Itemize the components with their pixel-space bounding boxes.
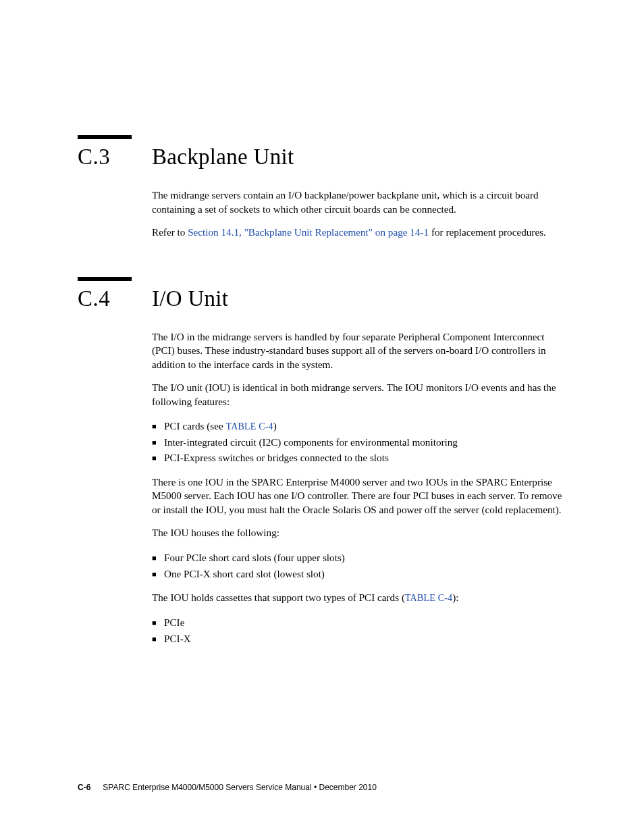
section-number: C.4 [78,286,152,311]
list-item: ■ PCI-X [152,631,566,647]
list-item-text: Inter-integrated circuit (I2C) component… [164,434,458,450]
list-item-text: PCIe [164,615,184,631]
paragraph: The I/O in the midrange servers is handl… [152,330,566,372]
section-title: I/O Unit [152,286,228,311]
page-footer: C-6 SPARC Enterprise M4000/M5000 Servers… [78,783,566,792]
list-item: ■ Inter-integrated circuit (I2C) compone… [152,434,566,450]
table-ref-link[interactable]: TABLE C-4 [226,421,273,432]
cross-ref-link[interactable]: Section 14.1, "Backplane Unit Replacemen… [188,226,429,238]
section-c3: C.3 Backplane Unit The midrange servers … [78,135,566,240]
heading-row: C.3 Backplane Unit [78,145,566,170]
section-title: Backplane Unit [152,145,294,170]
bullet-icon: ■ [152,437,164,448]
bullet-list: ■ Four PCIe short card slots (four upper… [152,550,566,581]
text-run: for replacement procedures. [429,226,546,238]
paragraph: The IOU holds cassettes that support two… [152,591,566,605]
list-item: ■ Four PCIe short card slots (four upper… [152,550,566,566]
list-item: ■ One PCI-X short card slot (lowest slot… [152,566,566,582]
document-page: C.3 Backplane Unit The midrange servers … [0,0,644,646]
list-item-text: PCI-X [164,631,191,647]
list-item-text: Four PCIe short card slots (four upper s… [164,550,345,566]
text-run: PCI cards (see [164,420,226,432]
bullet-icon: ■ [152,421,164,432]
section-number: C.3 [78,145,152,170]
text-run: ): [452,592,458,603]
page-number: C-6 [78,783,90,792]
list-item: ■ PCI-Express switches or bridges connec… [152,450,566,466]
paragraph: The IOU houses the following: [152,526,566,540]
paragraph: Refer to Section 14.1, "Backplane Unit R… [152,226,566,240]
bullet-list: ■ PCIe ■ PCI-X [152,615,566,646]
section-rule [78,277,132,281]
body-column: The midrange servers contain an I/O back… [152,188,566,240]
body-column: The I/O in the midrange servers is handl… [152,330,566,647]
section-c4: C.4 I/O Unit The I/O in the midrange ser… [78,277,566,647]
bullet-icon: ■ [152,569,164,580]
bullet-icon: ■ [152,617,164,629]
footer-text: SPARC Enterprise M4000/M5000 Servers Ser… [103,783,377,792]
bullet-list: ■ PCI cards (see TABLE C-4) ■ Inter-inte… [152,418,566,466]
section-rule [78,135,132,139]
bullet-icon: ■ [152,633,164,645]
bullet-icon: ■ [152,452,164,464]
text-run: The IOU holds cassettes that support two… [152,592,405,603]
list-item-text: One PCI-X short card slot (lowest slot) [164,566,325,582]
paragraph: There is one IOU in the SPARC Enterprise… [152,475,566,517]
list-item: ■ PCIe [152,615,566,631]
heading-row: C.4 I/O Unit [78,286,566,311]
paragraph: The I/O unit (IOU) is identical in both … [152,381,566,409]
list-item-text: PCI cards (see TABLE C-4) [164,418,277,434]
text-run: Refer to [152,226,188,238]
text-run: ) [273,420,277,432]
bullet-icon: ■ [152,552,164,564]
list-item-text: PCI-Express switches or bridges connecte… [164,450,389,466]
paragraph: The midrange servers contain an I/O back… [152,188,566,216]
list-item: ■ PCI cards (see TABLE C-4) [152,418,566,434]
table-ref-link[interactable]: TABLE C-4 [405,593,452,603]
